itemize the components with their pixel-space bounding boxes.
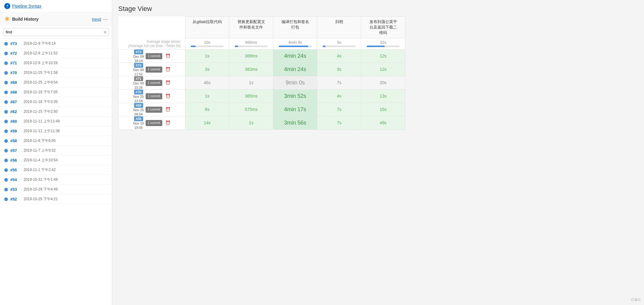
build-link[interactable]: #72 [10,51,21,56]
column-header-row: 从gitlab拉取代码 替换更新配置文件和签名文件 编译打包和签名打包 归档 发… [119,17,405,38]
build-status-dot [4,139,8,143]
clock-icon[interactable]: ⏰ [165,107,170,112]
col-header-1: 替换更新配置文件和签名文件 [229,17,273,38]
col-header-2: 编译打包和签名打包 [273,17,317,38]
build-link[interactable]: #52 [10,197,21,201]
commit-button[interactable]: 1 commit [146,80,162,86]
list-item: #52 2019-10-25 下午4:21 [0,194,112,204]
stage-cell: 1s [185,49,229,63]
build-link[interactable]: #54 [10,177,21,182]
stage-cell: 4min 24s [273,49,317,63]
commit-button[interactable]: 1 commit [146,107,162,113]
build-link[interactable]: #59 [10,129,21,133]
list-item: #69 2019-11-25 上午9:54 [0,78,112,87]
stage-cell: 7s [317,116,361,129]
build-num-badge[interactable]: #68 [134,116,143,121]
build-link[interactable]: #55 [10,168,21,172]
build-num-badge[interactable]: #72 [134,63,143,68]
commit-button[interactable]: 1 commit [146,67,162,73]
build-link[interactable]: #69 [10,80,21,85]
build-time: 2019-11-25 上午9:54 [24,80,58,85]
build-time: 2019-11-8 下午6:05 [24,138,56,143]
search-clear-button[interactable]: ✕ [103,30,107,35]
build-link[interactable]: #71 [10,61,21,65]
table-row: #70 Nov 25 13:58 1 commit ⏰ 1s365ms3min … [119,89,405,103]
build-num-badge[interactable]: #69 [134,103,143,108]
build-link[interactable]: #58 [10,139,21,143]
stage-cell: 15s [361,103,405,116]
avg-4: 32s [361,38,405,50]
clock-icon[interactable]: ⏰ [165,67,170,72]
table-row: #69 Nov 25 09:54 1 commit ⏰ 8s575ms4min … [119,103,405,116]
avg-label-header [119,17,185,38]
clock-icon[interactable]: ⏰ [165,120,170,125]
stage-cell: 1s [229,116,273,129]
build-time-val: 13:58 [133,99,144,103]
avg-1: 666ms [229,38,273,50]
build-link[interactable]: #57 [10,148,21,153]
table-row: #72 Dec 09 11:52 1 commit ⏰ 3s383ms4min … [119,63,405,76]
build-status-dot [4,188,8,191]
clock-icon[interactable]: ⏰ [165,53,170,58]
commit-button[interactable]: 1 commit [146,93,162,99]
build-status-dot [4,71,8,75]
build-link[interactable]: #60 [10,119,21,124]
build-status-dot [4,129,8,133]
build-time: 2019-10-29 下午4:49 [24,187,58,192]
list-item: #71 2019-12-9 上午10:26 [0,58,112,68]
col-header-3: 归档 [317,17,361,38]
trend-link[interactable]: trend [92,17,101,22]
build-num-badge[interactable]: #71 [134,76,143,81]
search-input[interactable] [3,28,109,36]
build-link[interactable]: #62 [10,109,21,114]
stage-cell: 4s [317,49,361,63]
collapse-icon[interactable]: — [103,16,108,22]
stage-cell: 7s [317,76,361,89]
table-row: #71 Dec 09 10:26 1 commit ⏰ 46s1s9min 0s… [119,76,405,89]
build-status-dot [4,52,8,55]
build-link[interactable]: #73 [10,41,21,46]
build-time: 2019-11-18 下午3:35 [24,99,58,105]
commit-button[interactable]: 1 commit [146,53,162,59]
stage-cell: 49s [361,116,405,129]
build-num-badge[interactable]: #73 [134,50,143,54]
list-item: #70 2019-11-25 下午1:58 [0,68,112,78]
build-info-cell: #68 Nov 19 19:05 1 commit ⏰ [119,116,185,129]
list-item: #55 2019-11-1 下午2:42 [0,165,112,175]
build-list: #73 2019-12-9 下午6:14 #72 2019-12-9 上午11:… [0,39,112,305]
build-status-dot [4,197,8,201]
clock-icon[interactable]: ⏰ [165,94,170,98]
build-time-val: 10:26 [133,86,144,89]
pipeline-syntax-label: Pipeline Syntax [12,4,42,9]
build-link[interactable]: #70 [10,70,21,75]
build-info-cell: #70 Nov 25 13:58 1 commit ⏰ [119,89,185,103]
build-time: 2019-11-11 上午11:49 [24,119,60,124]
build-link[interactable]: #68 [10,90,21,94]
build-info-cell: #73 Dec 09 18:14 1 commit ⏰ [119,49,185,63]
build-num-badge[interactable]: #70 [134,90,143,94]
stage-cell: 8s [185,103,229,116]
stage-cell: 20s [361,76,405,89]
clock-icon[interactable]: ⏰ [165,80,170,85]
build-link[interactable]: #53 [10,187,21,192]
build-status-dot [4,178,8,182]
build-status-dot [4,100,8,104]
build-info-cell: #72 Dec 09 11:52 1 commit ⏰ [119,63,185,76]
build-info-cell: #71 Dec 09 10:26 1 commit ⏰ [119,76,185,89]
table-row: #68 Nov 19 19:05 1 commit ⏰ 14s1s3min 56… [119,116,405,129]
build-date: Dec 09 [133,68,144,72]
stage-cell: 4min 17s [273,103,317,116]
build-time: 2019-11-11 上午11:38 [24,129,60,134]
build-date: Dec 09 [133,55,144,58]
build-status-dot [4,168,8,172]
build-link[interactable]: #67 [10,100,21,104]
list-item: #67 2019-11-18 下午3:35 [0,97,112,107]
build-link[interactable]: #56 [10,158,21,163]
table-row: #73 Dec 09 18:14 1 commit ⏰ 1s369ms4min … [119,49,405,63]
build-time: 2019-12-9 上午10:26 [24,60,58,66]
stage-cell: 9min 0s [273,76,317,89]
build-time-val: 19:05 [133,126,144,129]
build-status-dot [4,81,8,84]
commit-button[interactable]: 1 commit [146,120,162,126]
pipeline-syntax-link[interactable]: ? Pipeline Syntax [0,0,112,12]
